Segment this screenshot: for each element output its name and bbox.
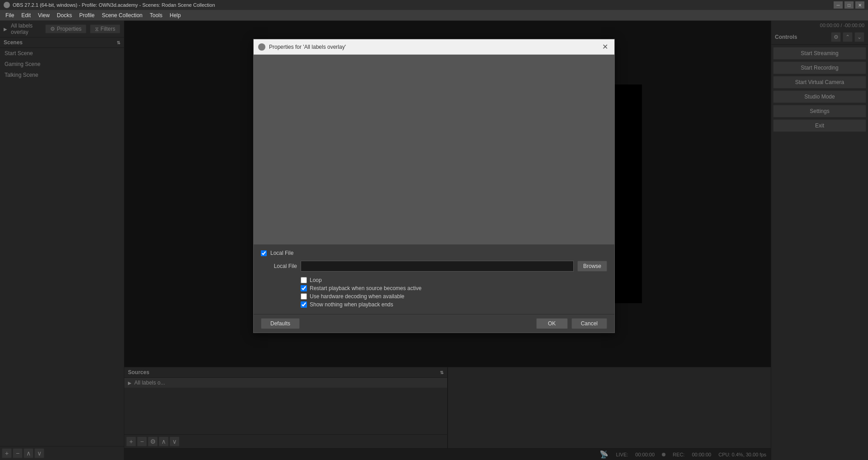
show-nothing-checkbox[interactable] — [301, 301, 307, 308]
modal-header: Properties for 'All labels overlay' ✕ — [254, 39, 614, 55]
modal-header-left: Properties for 'All labels overlay' — [258, 43, 346, 51]
maximize-button[interactable]: □ — [844, 1, 854, 9]
title-bar-left: OBS 27.2.1 (64-bit, windows) - Profile: … — [4, 2, 215, 8]
restart-playback-checkbox-row: Restart playback when source becomes act… — [301, 284, 607, 292]
modal-dialog: Properties for 'All labels overlay' ✕ Lo… — [253, 39, 615, 333]
menu-docks[interactable]: Docks — [53, 11, 75, 19]
show-nothing-checkbox-row: Show nothing when playback ends — [301, 300, 607, 309]
modal-local-file-input-row: Local File Browse — [261, 261, 607, 272]
menu-file[interactable]: File — [2, 11, 18, 19]
modal-preview-area — [254, 55, 614, 244]
modal-footer: Defaults OK Cancel — [254, 314, 614, 333]
menu-scene-collection[interactable]: Scene Collection — [98, 11, 146, 19]
menu-tools[interactable]: Tools — [146, 11, 166, 19]
local-file-input[interactable] — [301, 261, 574, 272]
modal-overlay: Properties for 'All labels overlay' ✕ Lo… — [0, 21, 868, 460]
loop-label[interactable]: Loop — [310, 277, 322, 283]
title-bar: OBS 27.2.1 (64-bit, windows) - Profile: … — [0, 0, 868, 10]
title-bar-controls: ─ □ ✕ — [834, 1, 864, 9]
modal-close-button[interactable]: ✕ — [600, 42, 610, 52]
loop-checkbox[interactable] — [301, 277, 307, 283]
hardware-decoding-label[interactable]: Use hardware decoding when available — [310, 293, 404, 300]
local-file-checkbox[interactable] — [261, 250, 267, 256]
loop-checkbox-row: Loop — [301, 276, 607, 284]
browse-button[interactable]: Browse — [577, 261, 607, 272]
menu-edit[interactable]: Edit — [18, 11, 34, 19]
obs-icon — [4, 2, 10, 8]
ok-button[interactable]: OK — [536, 318, 568, 329]
local-file-label: Local File — [261, 263, 297, 269]
cancel-button[interactable]: Cancel — [571, 318, 607, 329]
modal-body: Local File Local File Browse Loop Restar… — [254, 244, 614, 314]
hardware-decoding-checkbox[interactable] — [301, 293, 307, 300]
menu-profile[interactable]: Profile — [75, 11, 98, 19]
modal-obs-icon — [258, 43, 265, 51]
defaults-button[interactable]: Defaults — [261, 318, 300, 329]
show-nothing-label[interactable]: Show nothing when playback ends — [310, 301, 393, 308]
menu-help[interactable]: Help — [166, 11, 184, 19]
hardware-decoding-checkbox-row: Use hardware decoding when available — [301, 292, 607, 300]
modal-footer-left: Defaults — [261, 318, 300, 329]
restart-playback-checkbox[interactable] — [301, 285, 307, 291]
minimize-button[interactable]: ─ — [834, 1, 843, 9]
restart-playback-label[interactable]: Restart playback when source becomes act… — [310, 285, 421, 291]
modal-title: Properties for 'All labels overlay' — [269, 44, 346, 50]
local-file-checkbox-label[interactable]: Local File — [270, 250, 293, 256]
modal-local-file-checkbox-row: Local File — [261, 250, 607, 256]
menu-bar: File Edit View Docks Profile Scene Colle… — [0, 10, 868, 21]
window-title: OBS 27.2.1 (64-bit, windows) - Profile: … — [13, 2, 215, 8]
window-close-button[interactable]: ✕ — [855, 1, 864, 9]
modal-footer-right: OK Cancel — [536, 318, 607, 329]
menu-view[interactable]: View — [34, 11, 53, 19]
